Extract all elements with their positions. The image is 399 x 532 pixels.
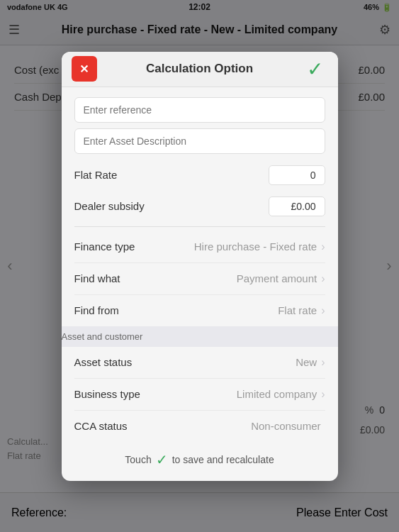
footer-suffix: to save and recalculate bbox=[172, 454, 274, 465]
flat-rate-value[interactable]: 0 bbox=[269, 165, 325, 185]
find-what-value: Payment amount bbox=[237, 272, 317, 284]
cca-status-row[interactable]: CCA status Non-consumer bbox=[74, 411, 325, 441]
find-from-chevron-icon: › bbox=[321, 304, 325, 317]
modal-title: Calculation Option bbox=[146, 62, 253, 76]
flat-rate-row: Flat Rate 0 bbox=[74, 160, 325, 191]
cca-status-value: Non-consumer bbox=[251, 420, 320, 432]
asset-status-value: New bbox=[296, 356, 317, 368]
asset-description-input[interactable] bbox=[74, 128, 325, 154]
business-type-label: Business type bbox=[74, 388, 237, 400]
dealer-subsidy-value[interactable]: £0.00 bbox=[269, 196, 325, 216]
finance-type-value: Hire purchase - Fixed rate bbox=[194, 240, 317, 253]
asset-customer-section-header: Asset and customer bbox=[62, 326, 338, 347]
finance-type-row[interactable]: Finance type Hire purchase - Fixed rate … bbox=[74, 231, 325, 263]
modal-divider-1 bbox=[74, 226, 325, 227]
find-from-row[interactable]: Find from Flat rate › bbox=[74, 295, 325, 326]
asset-status-chevron-icon: › bbox=[321, 356, 325, 369]
dealer-subsidy-row: Dealer subsidy £0.00 bbox=[74, 191, 325, 222]
dealer-subsidy-label: Dealer subsidy bbox=[74, 200, 145, 212]
modal-confirm-button[interactable]: ✓ bbox=[303, 56, 328, 82]
footer-checkmark-icon: ✓ bbox=[156, 451, 168, 468]
business-type-value: Limited company bbox=[237, 388, 317, 400]
find-what-row[interactable]: Find what Payment amount › bbox=[74, 263, 325, 295]
cca-status-label: CCA status bbox=[74, 420, 252, 432]
flat-rate-label: Flat Rate bbox=[74, 169, 118, 181]
asset-status-row[interactable]: Asset status New › bbox=[74, 347, 325, 379]
confirm-checkmark-icon: ✓ bbox=[307, 57, 323, 81]
find-what-chevron-icon: › bbox=[321, 272, 325, 285]
modal-cancel-button[interactable] bbox=[72, 56, 97, 82]
modal-overlay: Calculation Option ✓ Flat Rate 0 Dealer … bbox=[0, 0, 399, 532]
modal-body: Flat Rate 0 Dealer subsidy £0.00 Finance… bbox=[62, 87, 338, 326]
find-from-value: Flat rate bbox=[278, 304, 317, 316]
asset-rows-container: Asset status New › Business type Limited… bbox=[62, 347, 338, 441]
find-from-label: Find from bbox=[74, 304, 279, 316]
modal-header: Calculation Option ✓ bbox=[62, 52, 338, 87]
business-type-chevron-icon: › bbox=[321, 388, 325, 401]
finance-type-label: Finance type bbox=[74, 240, 194, 253]
footer-prefix: Touch bbox=[125, 454, 151, 465]
reference-input[interactable] bbox=[74, 97, 325, 123]
find-what-label: Find what bbox=[74, 272, 237, 284]
business-type-row[interactable]: Business type Limited company › bbox=[74, 379, 325, 411]
asset-status-label: Asset status bbox=[74, 356, 296, 368]
finance-type-chevron-icon: › bbox=[321, 240, 325, 253]
modal-footer: Touch ✓ to save and recalculate bbox=[62, 441, 338, 481]
calculation-option-modal: Calculation Option ✓ Flat Rate 0 Dealer … bbox=[62, 52, 338, 481]
